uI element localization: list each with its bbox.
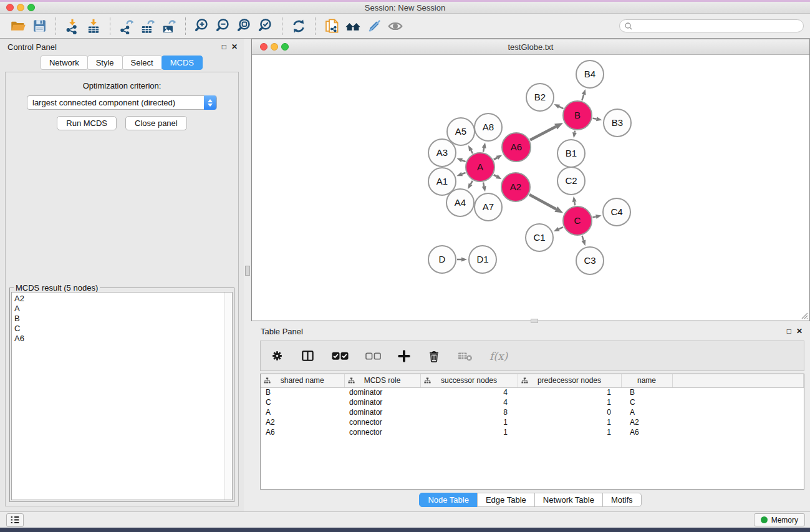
tab-select[interactable]: Select <box>122 56 162 70</box>
save-session-button[interactable] <box>29 16 50 36</box>
column-header-successor-nodes[interactable]: successor nodes <box>420 374 518 387</box>
select-all-button[interactable] <box>332 352 349 360</box>
result-item-b[interactable]: B <box>14 314 223 324</box>
function-builder-button[interactable]: f(x) <box>489 350 508 362</box>
table-row[interactable]: Bdominator41B <box>261 387 804 397</box>
import-network-button[interactable] <box>62 16 83 36</box>
network-graph[interactable]: B4B2BB3A8A5A6A3B1AC2A1A2A4A7C4CC1C3DD1 <box>252 55 809 321</box>
cell[interactable]: C <box>621 397 672 407</box>
cell[interactable]: 1 <box>518 417 621 427</box>
close-table-panel-button[interactable]: ✕ <box>796 327 803 335</box>
cell[interactable]: 0 <box>518 407 621 417</box>
mcds-result-list[interactable]: A2ABCA6 <box>11 292 233 500</box>
minimize-window-button[interactable] <box>17 4 24 11</box>
graph-edge-A-A8[interactable] <box>483 148 484 152</box>
result-item-a2[interactable]: A2 <box>14 294 223 304</box>
zoom-window-button[interactable] <box>27 4 35 11</box>
cell[interactable]: 1 <box>420 427 518 437</box>
tab-style[interactable]: Style <box>87 56 123 70</box>
tab-motifs[interactable]: Motifs <box>602 493 642 507</box>
refresh-button[interactable] <box>288 16 309 36</box>
export-network-button[interactable] <box>116 16 137 36</box>
graph-edge-C-C2[interactable] <box>574 202 575 206</box>
cell[interactable]: A6 <box>621 427 672 437</box>
graph-edge-A-A3[interactable] <box>462 160 466 162</box>
graph-edge-A2-C[interactable] <box>529 195 556 209</box>
cell[interactable]: C <box>261 397 344 407</box>
graph-edge-A-A1[interactable] <box>462 173 466 174</box>
export-table-button[interactable] <box>137 16 158 36</box>
graph-edge-A6-B[interactable] <box>530 127 556 140</box>
cell[interactable]: A2 <box>261 417 344 427</box>
table-settings-button[interactable] <box>271 349 284 362</box>
close-window-button[interactable] <box>6 4 14 11</box>
column-header-predecessor-nodes[interactable]: predecessor nodes <box>518 374 621 387</box>
tab-node-table[interactable]: Node Table <box>419 493 478 507</box>
memory-button[interactable]: Memory <box>754 513 805 526</box>
graph-edge-A-A2[interactable] <box>494 175 497 177</box>
cell[interactable]: 1 <box>518 387 621 397</box>
graph-edge-C-C3[interactable] <box>582 236 583 241</box>
graph-edge-A-A7[interactable] <box>483 182 484 186</box>
cell[interactable]: A6 <box>261 427 344 437</box>
clone-network-button[interactable] <box>321 16 342 36</box>
table-row[interactable]: Adominator80A <box>261 407 804 417</box>
cell[interactable]: dominator <box>344 397 420 407</box>
zoom-fit-button[interactable] <box>234 16 255 36</box>
tab-network[interactable]: Network <box>41 56 88 70</box>
table-row[interactable]: A2connector11A2 <box>261 417 804 427</box>
tab-edge-table[interactable]: Edge Table <box>477 493 535 507</box>
cell[interactable]: dominator <box>344 407 420 417</box>
graph-edge-C-C1[interactable] <box>559 227 563 229</box>
home-button[interactable] <box>342 16 364 36</box>
column-header-shared-name[interactable]: shared name <box>261 374 344 387</box>
delete-table-button[interactable] <box>458 351 473 361</box>
graph-edge-C-C4[interactable] <box>592 216 595 217</box>
network-zoom-button[interactable] <box>281 43 289 51</box>
export-image-button[interactable] <box>158 16 180 36</box>
deselect-all-button[interactable] <box>365 352 381 360</box>
divider-handle-icon[interactable] <box>245 266 250 276</box>
close-panel-button[interactable]: ✕ <box>231 43 238 51</box>
result-scrollbar[interactable] <box>224 293 232 500</box>
network-canvas[interactable]: B4B2BB3A8A5A6A3B1AC2A1A2A4A7C4CC1C3DD1 <box>252 55 809 321</box>
cell[interactable]: B <box>261 387 344 397</box>
graph-edge-B-B3[interactable] <box>593 118 597 119</box>
cell[interactable]: 4 <box>420 387 518 397</box>
cell[interactable]: 4 <box>420 397 518 407</box>
table-row[interactable]: A6connector11A6 <box>261 427 804 437</box>
result-item-a6[interactable]: A6 <box>14 334 223 344</box>
graph-edge-B-B2[interactable] <box>559 107 564 109</box>
show-hide-button[interactable] <box>385 16 406 36</box>
run-mcds-button[interactable]: Run MCDS <box>57 116 117 130</box>
open-session-button[interactable] <box>7 16 29 36</box>
graph-edge-B-B4[interactable] <box>582 95 584 101</box>
zoom-in-button[interactable] <box>191 16 213 36</box>
float-table-panel-button[interactable]: □ <box>787 327 791 335</box>
cell[interactable]: A <box>621 407 672 417</box>
cell[interactable]: 8 <box>420 407 518 417</box>
cell[interactable]: B <box>621 387 672 397</box>
table-row[interactable]: Cdominator41C <box>261 397 804 407</box>
search-input[interactable] <box>619 19 804 32</box>
cell[interactable]: A2 <box>621 417 672 427</box>
tab-network-table[interactable]: Network Table <box>534 493 603 507</box>
network-close-button[interactable] <box>260 43 268 51</box>
toggle-columns-button[interactable] <box>301 349 315 363</box>
criterion-select[interactable]: largest connected component (directed) <box>27 95 217 110</box>
cell[interactable]: 1 <box>518 397 621 407</box>
zoom-selected-button[interactable] <box>255 16 276 36</box>
import-table-button[interactable] <box>83 16 104 36</box>
result-item-a[interactable]: A <box>14 304 223 314</box>
float-panel-button[interactable]: □ <box>222 43 226 51</box>
column-header-mcds-role[interactable]: MCDS role <box>344 374 420 387</box>
delete-column-button[interactable] <box>427 349 441 363</box>
graph-edge-A-A5[interactable] <box>471 150 473 153</box>
task-history-button[interactable] <box>6 513 24 527</box>
tab-mcds[interactable]: MCDS <box>162 56 203 70</box>
graph-edge-A-A6[interactable] <box>494 158 497 160</box>
cell[interactable]: 1 <box>518 427 621 437</box>
create-column-button[interactable] <box>398 350 410 362</box>
cell[interactable]: A <box>261 407 344 417</box>
resize-grip-icon[interactable] <box>799 311 808 319</box>
